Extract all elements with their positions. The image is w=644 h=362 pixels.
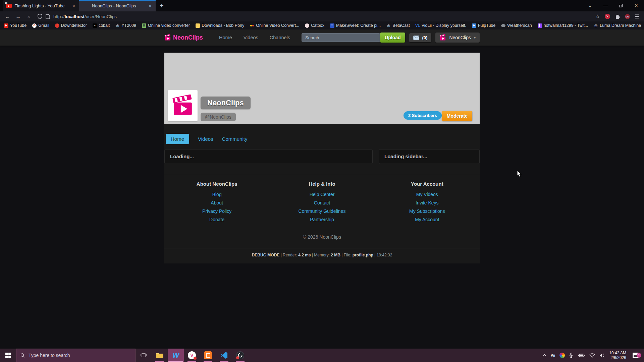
taskbar-search-input[interactable]	[29, 353, 131, 358]
globe-icon: ⊕	[594, 23, 598, 28]
adblock-extension-icon[interactable]: ✕	[605, 14, 610, 19]
back-button[interactable]: ←	[3, 14, 12, 19]
address-bar[interactable]: http://localhost/user/NeonClips	[35, 12, 592, 21]
footer-link-donate[interactable]: Donate	[164, 217, 269, 222]
tray-battery-icon[interactable]	[578, 353, 585, 357]
media-player-button[interactable]: V	[184, 349, 200, 362]
bookmark-downdetector[interactable]: !Downdetector	[55, 23, 87, 28]
bookmark-twitch[interactable]: ▋notwalmart1299 - Twit...	[538, 23, 588, 28]
xampp-icon	[204, 351, 212, 359]
obs-icon	[236, 351, 244, 359]
window-restore-button[interactable]	[613, 0, 629, 11]
tab-list-chevron-icon[interactable]: ⌄	[582, 0, 598, 11]
site-content-column: NeonClips @NeonClips 2 Subscribers Moder…	[164, 53, 480, 263]
menu-hamburger-icon[interactable]: ☰	[635, 13, 639, 20]
forward-button[interactable]: →	[13, 14, 23, 19]
obs-button[interactable]	[232, 349, 248, 362]
bookmark-online-video-convert[interactable]: Online Video Convert...	[250, 23, 299, 28]
bookmark-fulptube[interactable]: ▶FulpTube	[472, 23, 495, 28]
bookmark-youtube[interactable]: ▶YouTube	[4, 23, 26, 28]
bookmark-downloads-bob-pony[interactable]: Downloads - Bob Pony	[196, 23, 244, 28]
bookmark-makesweet[interactable]: ♡MakeSweet: Create pi...	[330, 23, 381, 28]
tray-microphone-icon[interactable]	[569, 353, 573, 358]
window-minimize-button[interactable]: —	[598, 0, 613, 11]
nav-home[interactable]: Home	[219, 35, 232, 40]
footer-link-about[interactable]: About	[164, 200, 269, 205]
footer-link-my-account[interactable]: My Account	[375, 217, 480, 222]
extensions-puzzle-icon[interactable]	[615, 14, 620, 19]
tray-chevron-up-icon[interactable]	[542, 354, 546, 357]
bookmark-luma[interactable]: ⊕Luma Dream Machine	[594, 23, 641, 28]
footer-link-guidelines[interactable]: Community Guidelines	[269, 208, 374, 214]
page-info-icon[interactable]	[46, 14, 50, 19]
file-explorer-button[interactable]	[152, 349, 168, 362]
footer-link-contact[interactable]: Contact	[269, 200, 374, 205]
twitch-icon: ▋	[538, 23, 542, 28]
tab-close-icon[interactable]: ×	[71, 3, 76, 9]
taskbar-search[interactable]	[16, 349, 136, 362]
footer-link-help-center[interactable]: Help Center	[269, 192, 374, 197]
footer-link-my-videos[interactable]: My Videos	[375, 192, 480, 197]
moderate-button[interactable]: Moderate	[442, 111, 472, 121]
site-nav: Home Videos Channels	[219, 35, 290, 40]
browser-toolbar: ← → × http://localhost/user/NeonClips ☆ …	[0, 11, 644, 21]
footer-link-partnership[interactable]: Partnership	[269, 217, 374, 222]
site-search-input[interactable]	[302, 33, 380, 42]
bookmark-cobalt[interactable]: »cobalt	[93, 23, 110, 28]
window-close-button[interactable]: ×	[629, 0, 644, 11]
stop-button[interactable]: ×	[24, 14, 34, 19]
debug-status-bar: DEBUG MODE | Render: 4.2 ms | Memory: 2 …	[164, 248, 480, 263]
tab-home[interactable]: Home	[166, 134, 189, 144]
footer-heading: Help & Info	[269, 181, 374, 187]
new-tab-button[interactable]: +	[156, 2, 168, 10]
tray-volume-icon[interactable]	[599, 353, 605, 358]
vscode-button[interactable]	[216, 349, 232, 362]
action-center-button[interactable]: 1	[631, 353, 641, 358]
heart-pixel-icon: ♡	[330, 23, 334, 28]
footer-link-subscriptions[interactable]: My Subscriptions	[375, 208, 480, 214]
footer-link-privacy[interactable]: Privacy Policy	[164, 208, 269, 214]
site-logo[interactable]: NeonClips	[164, 34, 203, 41]
globe-icon: ⊕	[115, 23, 120, 28]
mail-count: (0)	[422, 35, 427, 40]
footer-heading: Your Account	[375, 181, 480, 187]
footer-link-blog[interactable]: Blog	[164, 192, 269, 197]
tab-neonclips[interactable]: NeonClips - NeonClips ×	[79, 0, 156, 11]
bookmark-weatherscan[interactable]: Weatherscan	[501, 23, 532, 28]
xampp-button[interactable]	[200, 349, 216, 362]
tab-title: NeonClips - NeonClips	[83, 3, 145, 8]
tab-videos[interactable]: Videos	[198, 136, 213, 142]
bookmark-gmail[interactable]: GGmail	[32, 23, 49, 28]
bookmark-betacast[interactable]: ⊕BetaCast	[386, 23, 410, 28]
clock-time: 10:42 AM	[609, 351, 626, 355]
user-menu-button[interactable]: NeonClips ▾	[435, 33, 480, 43]
bookmark-yt2009[interactable]: ⊕YT2009	[115, 23, 136, 28]
tray-wifi-icon[interactable]	[589, 353, 595, 358]
dots-icon	[250, 23, 254, 28]
upload-button[interactable]: Upload	[380, 33, 405, 43]
media-player-icon: V	[188, 351, 196, 359]
ublock-origin-icon[interactable]: UO	[625, 14, 630, 19]
nav-videos[interactable]: Videos	[244, 35, 258, 40]
bookmark-vidlii[interactable]: VLVidLii - Display yourself.	[416, 23, 466, 28]
tray-color-wheel-icon[interactable]	[559, 353, 565, 358]
tab-community[interactable]: Community	[222, 136, 248, 142]
tab-close-icon[interactable]: ×	[148, 3, 152, 9]
site-footer: About NeonClips Blog About Privacy Polic…	[164, 174, 480, 225]
tab-youtube[interactable]: ▶ Flashing Lights - YouTube ×	[3, 0, 79, 11]
footer-link-invite-keys[interactable]: Invite Keys	[375, 200, 480, 205]
tray-vc-app-icon[interactable]: Vĳ	[551, 353, 555, 357]
messages-button[interactable]: (0)	[409, 33, 431, 42]
channel-name: NeonClips	[201, 97, 251, 109]
waterfox-browser-button[interactable]: W	[168, 349, 184, 362]
gmail-icon: G	[32, 23, 37, 28]
task-view-button[interactable]	[136, 349, 152, 362]
bookmark-star-icon[interactable]: ☆	[595, 13, 600, 19]
taskbar-clock[interactable]: 10:42 AM 2/6/2026	[609, 351, 626, 360]
start-button[interactable]	[0, 349, 16, 362]
user-avatar-icon	[439, 34, 446, 41]
nav-channels[interactable]: Channels	[270, 35, 290, 40]
bookmark-catbox[interactable]: Catbox	[305, 23, 324, 28]
mouse-cursor	[517, 170, 523, 178]
bookmark-online-video-converter[interactable]: ▩Online video converter	[142, 23, 190, 28]
